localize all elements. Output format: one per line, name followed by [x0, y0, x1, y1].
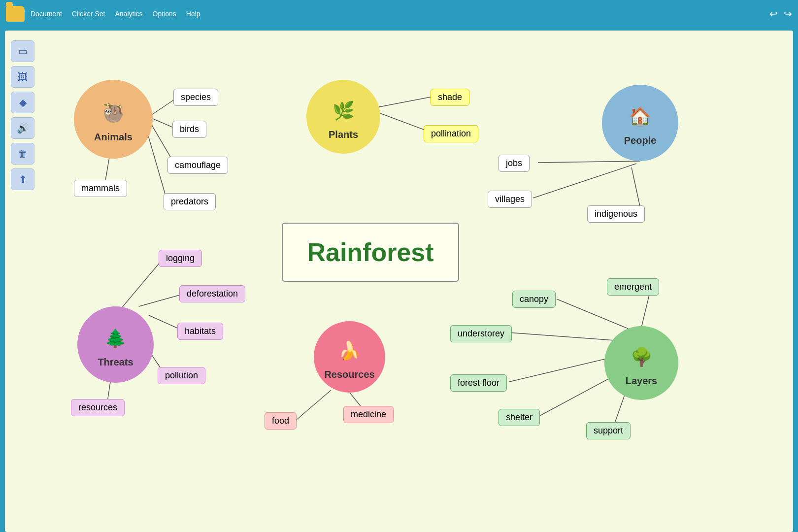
redo-button[interactable]: ↪	[784, 8, 792, 20]
undo-button[interactable]: ↩	[769, 8, 778, 20]
plants-label: Plants	[329, 129, 358, 140]
svg-line-7	[538, 161, 640, 163]
layers-icon: 🌳	[622, 340, 661, 374]
node-pollination[interactable]: pollination	[424, 125, 478, 142]
undo-redo: ↩ ↪	[769, 8, 792, 20]
circle-resources[interactable]: 🍌 Resources	[314, 321, 385, 393]
circle-layers[interactable]: 🌳 Layers	[604, 326, 678, 400]
animals-icon: 🦥	[94, 96, 133, 131]
threats-icon: 🌲	[96, 321, 135, 356]
circle-people[interactable]: 🏠 People	[602, 85, 678, 161]
node-food[interactable]: food	[265, 412, 297, 430]
plants-icon: 🌿	[324, 94, 363, 128]
sidebar-btn-shape[interactable]: ▭	[11, 40, 34, 62]
menu-options[interactable]: Options	[153, 10, 176, 18]
node-indigenous[interactable]: indigenous	[587, 205, 645, 223]
people-label: People	[624, 135, 657, 146]
node-deforestation[interactable]: deforestation	[179, 285, 245, 302]
svg-line-20	[509, 356, 619, 382]
node-understorey[interactable]: understorey	[450, 325, 512, 342]
menu-document[interactable]: Document	[31, 10, 62, 18]
sidebar-btn-sound[interactable]: 🔊	[11, 117, 34, 139]
canvas-area: ▭ 🖼 ◆ 🔊 🗑 ⬆	[5, 31, 793, 532]
menu-bar: Document Clicker Set Analytics Options H…	[31, 10, 200, 18]
svg-line-0	[149, 100, 174, 117]
sidebar-btn-share[interactable]: ⬆	[11, 168, 34, 190]
svg-line-5	[379, 97, 431, 107]
node-predators[interactable]: predators	[164, 193, 216, 210]
menu-help[interactable]: Help	[186, 10, 200, 18]
node-medicine[interactable]: medicine	[343, 406, 394, 423]
svg-line-4	[146, 129, 167, 200]
people-icon: 🏠	[621, 100, 660, 134]
node-resources-th[interactable]: resources	[71, 399, 125, 416]
svg-line-12	[149, 315, 182, 330]
node-shelter[interactable]: shelter	[499, 409, 540, 426]
node-emergent[interactable]: emergent	[607, 278, 659, 296]
resources-icon: 🍌	[330, 333, 369, 368]
node-support[interactable]: support	[586, 422, 631, 439]
node-pollution[interactable]: pollution	[158, 367, 205, 384]
circle-animals[interactable]: 🦥 Animals	[74, 80, 153, 159]
node-birds[interactable]: birds	[172, 121, 206, 138]
svg-line-15	[297, 390, 331, 420]
svg-line-18	[557, 299, 632, 330]
title-bar: Document Clicker Set Analytics Options H…	[0, 0, 798, 28]
mindmap-canvas: Rainforest 🦥 Animals 🌿 Plants 🏠 People 🌲…	[40, 31, 793, 532]
node-villages[interactable]: villages	[488, 191, 532, 208]
sidebar-btn-image[interactable]: 🖼	[11, 66, 34, 88]
node-forest-floor[interactable]: forest floor	[450, 374, 507, 392]
layers-label: Layers	[626, 375, 658, 387]
central-title-box: Rainforest	[282, 223, 459, 282]
node-species[interactable]: species	[173, 89, 218, 106]
svg-line-19	[508, 332, 622, 341]
node-logging[interactable]: logging	[159, 250, 202, 267]
folder-icon[interactable]	[6, 6, 25, 22]
threats-label: Threats	[98, 357, 133, 368]
circle-plants[interactable]: 🌿 Plants	[306, 80, 380, 154]
node-shade[interactable]: shade	[431, 89, 469, 106]
central-title-text: Rainforest	[307, 237, 433, 267]
menu-clickerset[interactable]: Clicker Set	[72, 10, 105, 18]
circle-threats[interactable]: 🌲 Threats	[77, 306, 154, 383]
animals-label: Animals	[94, 132, 133, 143]
svg-line-10	[122, 258, 164, 308]
node-mammals[interactable]: mammals	[74, 180, 127, 197]
sidebar-btn-fill[interactable]: ◆	[11, 92, 34, 113]
menu-analytics[interactable]: Analytics	[115, 10, 143, 18]
node-habitats[interactable]: habitats	[177, 323, 223, 340]
node-canopy[interactable]: canopy	[512, 291, 556, 308]
sidebar-btn-delete[interactable]: 🗑	[11, 143, 34, 165]
sidebar: ▭ 🖼 ◆ 🔊 🗑 ⬆	[5, 31, 40, 532]
node-jobs[interactable]: jobs	[499, 155, 530, 172]
resources-label: Resources	[324, 369, 374, 380]
svg-line-8	[533, 164, 636, 198]
node-camouflage[interactable]: camouflage	[167, 157, 228, 174]
